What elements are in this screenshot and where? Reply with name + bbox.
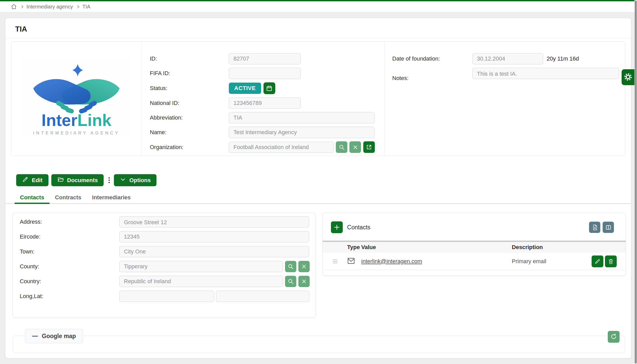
eircode-label: Eircode: [20, 233, 119, 240]
collapse-icon [32, 336, 38, 337]
edit-contact-button[interactable] [592, 255, 603, 267]
name-label: Name: [150, 129, 229, 136]
brand-tagline: INTERMEDIARY AGENCY [33, 130, 120, 135]
edit-button[interactable]: Edit [16, 174, 48, 186]
external-link-icon [366, 144, 372, 150]
column-header-type: Type [347, 244, 361, 251]
tab-contacts[interactable]: Contacts [15, 192, 50, 203]
country-field[interactable] [119, 276, 283, 287]
longitude-field[interactable] [119, 291, 214, 302]
status-label: Status: [150, 85, 229, 92]
export-excel-button[interactable] [589, 222, 600, 233]
town-label: Town: [20, 248, 119, 255]
county-field[interactable] [119, 261, 283, 272]
notes-label: Notes: [392, 68, 472, 82]
contacts-panel-title: Contacts [347, 224, 370, 231]
plus-icon [334, 224, 340, 231]
breadcrumb-item-current: TIA [82, 4, 90, 10]
contacts-table-header: Type Value Description [323, 241, 626, 253]
options-button[interactable]: Options [114, 174, 156, 186]
action-toolbar: Edit Documents Options [16, 174, 631, 186]
abbreviation-field[interactable] [229, 112, 375, 123]
tab-intermediaries[interactable]: Intermediaries [87, 192, 136, 203]
google-map-title: Google map [42, 333, 76, 340]
town-field[interactable] [119, 246, 309, 257]
organization-field[interactable] [229, 142, 334, 153]
settings-panel-button[interactable] [622, 69, 634, 85]
scrollbar-thumb[interactable] [635, 1, 637, 363]
breadcrumb-separator-icon [20, 5, 23, 8]
date-of-foundation-field[interactable] [472, 53, 543, 64]
contact-value-link[interactable]: interlink@interagen.com [361, 258, 512, 265]
calendar-icon [266, 85, 273, 92]
fifa-id-label: FIFA ID: [150, 70, 229, 77]
chevron-down-icon [120, 176, 126, 184]
brand-name-inter: Inter [41, 111, 77, 129]
latitude-field[interactable] [216, 291, 309, 302]
email-icon [347, 257, 361, 265]
tab-contracts[interactable]: Contracts [50, 192, 87, 203]
add-contact-button[interactable] [331, 221, 343, 233]
breadcrumb-separator-icon [76, 5, 79, 8]
tab-bar: Contacts Contracts Intermediaries [5, 192, 631, 204]
pencil-icon [594, 258, 601, 264]
organization-search-button[interactable] [336, 141, 347, 153]
county-search-button[interactable] [285, 261, 296, 272]
delete-contact-button[interactable] [605, 255, 617, 267]
contacts-panel-header: Contacts [323, 213, 626, 233]
search-icon [287, 278, 294, 285]
contact-description: Primary email [512, 258, 588, 265]
sparkle-icon [72, 64, 83, 77]
search-icon [338, 144, 345, 151]
google-map-toggle[interactable]: Google map [25, 329, 83, 343]
id-field[interactable] [229, 53, 301, 64]
name-field[interactable] [229, 127, 375, 138]
fifa-id-field[interactable] [229, 68, 301, 79]
national-id-field[interactable] [229, 97, 301, 109]
map-refresh-button[interactable] [608, 331, 620, 343]
page-title: TIA [5, 18, 631, 39]
address-field[interactable]: Groove Street 12 [119, 216, 309, 228]
national-id-label: National ID: [150, 100, 229, 106]
logo-image: InterLink INTERMEDIARY AGENCY [21, 60, 132, 137]
folder-icon [57, 176, 64, 184]
status-history-button[interactable] [263, 82, 275, 94]
country-clear-button[interactable] [298, 276, 310, 287]
contact-row: interlink@interagen.com Primary email [323, 253, 626, 270]
breadcrumb: Intermediary agency TIA [0, 1, 637, 12]
brand-name-link: Link [77, 111, 111, 129]
pencil-icon [22, 176, 28, 184]
eircode-field[interactable] [119, 231, 309, 242]
address-panel: Address: Groove Street 12 Eircode: Town:… [13, 213, 316, 318]
foundation-age-text: 20y 11m 16d [547, 55, 579, 62]
longlat-label: Long,Lat: [20, 293, 119, 300]
search-icon [287, 263, 294, 270]
column-header-description: Description [512, 244, 588, 251]
country-search-button[interactable] [285, 276, 296, 287]
county-label: County: [20, 263, 119, 270]
home-icon[interactable] [11, 4, 17, 10]
close-icon [352, 144, 358, 150]
vertical-scrollbar[interactable] [634, 0, 637, 364]
more-actions-icon[interactable] [109, 180, 110, 181]
organization-open-button[interactable] [363, 141, 375, 153]
breadcrumb-item-agency[interactable]: Intermediary agency [26, 4, 73, 10]
drag-handle[interactable] [333, 261, 337, 262]
notes-field[interactable]: This is a test IA. [472, 68, 619, 79]
secondary-fields-column: Date of foundation: 20y 11m 16d Notes: T… [385, 42, 625, 156]
columns-settings-button[interactable] [603, 222, 614, 233]
gear-icon [623, 72, 633, 82]
record-card: TIA [5, 18, 631, 358]
columns-icon [605, 224, 612, 231]
column-header-value: Value [361, 244, 512, 251]
documents-button[interactable]: Documents [51, 174, 104, 186]
date-of-foundation-label: Date of foundation: [392, 55, 472, 62]
id-label: ID: [150, 55, 229, 62]
excel-file-icon [592, 224, 598, 231]
organization-clear-button[interactable] [349, 141, 361, 153]
country-label: Country: [20, 278, 119, 285]
organization-label: Organization: [150, 144, 229, 151]
google-map-section: Google map [13, 336, 625, 353]
county-clear-button[interactable] [298, 261, 310, 272]
trash-icon [608, 258, 614, 264]
